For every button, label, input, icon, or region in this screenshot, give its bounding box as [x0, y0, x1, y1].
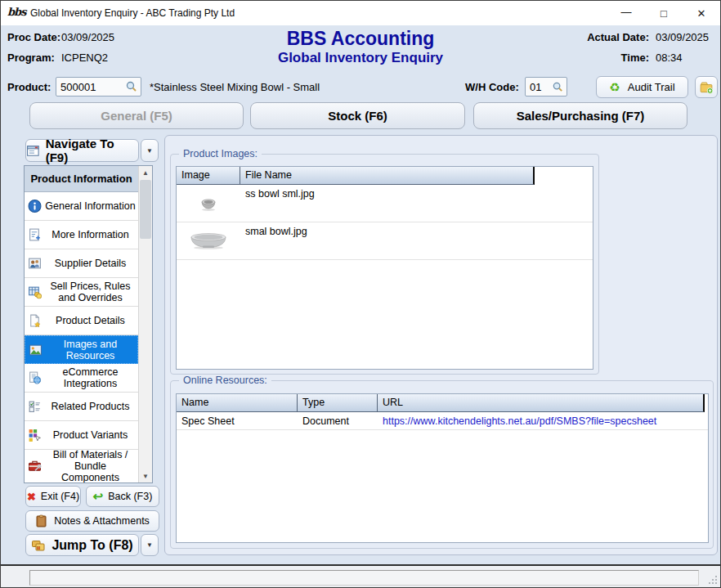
notes-attachments-button[interactable]: Notes & Attachments: [25, 510, 159, 532]
add-folder-button[interactable]: [695, 76, 718, 98]
wh-code-field[interactable]: 01: [525, 77, 567, 97]
table-row[interactable]: Spec Sheet Document https://www.kitchend…: [177, 412, 708, 430]
toolbox-wrench-icon: [28, 460, 42, 474]
column-header-file-name[interactable]: File Name: [240, 167, 535, 185]
close-icon: ✕: [697, 7, 706, 20]
program-row: Program: ICPENQ2: [7, 52, 108, 64]
sidebar-item-label: Product Details: [56, 315, 125, 326]
sidebar-item-bill-of-materials[interactable]: Bill of Materials / Bundle Components: [25, 450, 138, 483]
resource-type: Document: [298, 415, 378, 427]
app-window: bbs Global Inventory Enquiry - ABC Tradi…: [0, 0, 721, 588]
scroll-up-button[interactable]: ▲: [139, 166, 152, 179]
screen-title: Global Inventory Enquiry: [164, 50, 557, 66]
time-row: Time: 08:34: [621, 52, 716, 64]
sidebar-item-ecommerce-integrations[interactable]: eCommerce Integrations: [25, 364, 138, 393]
product-search-button[interactable]: [123, 79, 140, 95]
folders-icon: [31, 539, 46, 552]
app-logo-icon: bbs: [7, 5, 24, 21]
navigate-to-button[interactable]: Navigate To (F9): [25, 139, 139, 162]
column-header-url[interactable]: URL: [378, 394, 705, 412]
close-button[interactable]: ✕: [683, 1, 720, 25]
minimize-button[interactable]: —: [607, 1, 645, 25]
sidebar-item-label: General Information: [45, 200, 135, 212]
title-bar: bbs Global Inventory Enquiry - ABC Tradi…: [1, 1, 720, 25]
online-resources-group: Online Resources: Name Type URL Spec She…: [170, 380, 714, 549]
maximize-button[interactable]: □: [645, 1, 683, 25]
scroll-thumb[interactable]: [140, 180, 151, 239]
actual-date-label: Actual Date:: [587, 31, 649, 43]
column-header-image[interactable]: Image: [177, 167, 240, 185]
sidebar-item-label: Images and Resources: [46, 339, 135, 361]
tab-general: General (F5): [29, 102, 244, 129]
sidebar-item-images-and-resources[interactable]: Images and Resources: [25, 335, 138, 364]
audit-trail-button[interactable]: ♻ Audit Trail: [596, 76, 688, 98]
notepad-icon: [35, 514, 47, 527]
checklist-icon: [28, 400, 42, 414]
sidebar-item-related-products[interactable]: Related Products: [25, 393, 138, 421]
main-content-panel: Product Images: Image File Name ss bowl: [164, 135, 718, 555]
product-images-group: Product Images: Image File Name ss bowl: [170, 154, 599, 375]
resize-grip[interactable]: [707, 574, 719, 586]
back-label: Back (F3): [108, 491, 152, 502]
tab-stock-label: Stock (F6): [328, 109, 387, 123]
chevron-down-icon: ▼: [146, 147, 153, 155]
back-arrow-icon: ↩: [93, 489, 104, 504]
product-code-field[interactable]: 500001: [56, 77, 141, 97]
sidebar-item-supplier-details[interactable]: Supplier Details: [25, 249, 138, 278]
sidebar-item-product-details[interactable]: Product Details: [25, 307, 138, 335]
navigate-to-dropdown[interactable]: ▼: [141, 139, 159, 162]
folder-add-icon: [699, 80, 714, 94]
document-plus-icon: [28, 228, 42, 242]
product-images-group-label: Product Images:: [179, 148, 262, 159]
back-button[interactable]: ↩ Back (F3): [86, 486, 159, 507]
price-table-icon: [28, 285, 42, 299]
form-icon: [26, 144, 40, 158]
tab-sales-purchasing[interactable]: Sales/Purchasing (F7): [473, 102, 687, 129]
jump-to-button[interactable]: Jump To (F8): [25, 534, 139, 556]
navigate-to-label: Navigate To (F9): [46, 137, 138, 164]
wh-code-value: 01: [530, 81, 541, 93]
status-message-panel: [29, 570, 699, 586]
notes-attachments-label: Notes & Attachments: [54, 515, 150, 527]
jump-to-dropdown[interactable]: ▼: [141, 534, 159, 556]
sidebar-item-sell-prices[interactable]: Sell Prices, Rules and Overrides: [25, 278, 138, 307]
proc-date-row: Proc Date: 03/09/2025: [7, 31, 114, 43]
page-star-icon: [28, 314, 42, 328]
wh-search-button[interactable]: [549, 79, 566, 95]
resource-name: Spec Sheet: [177, 415, 298, 427]
scroll-down-button[interactable]: ▼: [139, 469, 152, 483]
file-name: smal bowl.jpg: [245, 226, 307, 237]
sidebar-item-product-variants[interactable]: Product Variants: [25, 421, 138, 450]
sidebar-item-label: Supplier Details: [55, 258, 127, 269]
image-icon: [29, 343, 43, 357]
tab-stock[interactable]: Stock (F6): [250, 102, 465, 129]
jump-to-label: Jump To (F8): [52, 538, 132, 553]
sidebar-item-general-information[interactable]: General Information: [25, 192, 138, 221]
program-label: Program:: [7, 52, 61, 64]
maximize-icon: □: [661, 7, 667, 20]
sidebar-item-more-information[interactable]: More Information: [25, 221, 138, 249]
file-name: ss bowl sml.jpg: [245, 188, 315, 200]
info-icon: [28, 200, 42, 213]
window-controls: — □ ✕: [607, 1, 720, 25]
time-value: 08:34: [656, 52, 716, 64]
sidebar-item-label: Related Products: [52, 401, 130, 412]
search-icon: [552, 81, 564, 93]
nav-scrollbar[interactable]: ▲ ▼: [138, 166, 152, 483]
tab-sales-purchasing-label: Sales/Purchasing (F7): [517, 109, 645, 123]
table-row[interactable]: ss bowl sml.jpg: [177, 185, 593, 222]
online-resources-header-row: Name Type URL: [177, 394, 708, 412]
chevron-down-icon: ▼: [146, 541, 153, 549]
status-bar: [1, 564, 720, 587]
variants-icon: [28, 429, 42, 442]
scroll-up-icon: ▲: [142, 169, 149, 177]
app-title: BBS Accounting: [164, 28, 557, 50]
column-header-name[interactable]: Name: [177, 394, 298, 412]
sidebar-item-label: More Information: [52, 229, 128, 240]
exit-button[interactable]: ✖ Exit (F4): [25, 486, 81, 507]
table-row[interactable]: smal bowl.jpg: [177, 222, 593, 260]
supplier-people-icon: [28, 257, 42, 271]
resource-url-link[interactable]: https://www.kitchendelights.net.au/pdf/S…: [378, 415, 661, 427]
column-header-type[interactable]: Type: [298, 394, 378, 412]
program-value: ICPENQ2: [61, 52, 108, 64]
